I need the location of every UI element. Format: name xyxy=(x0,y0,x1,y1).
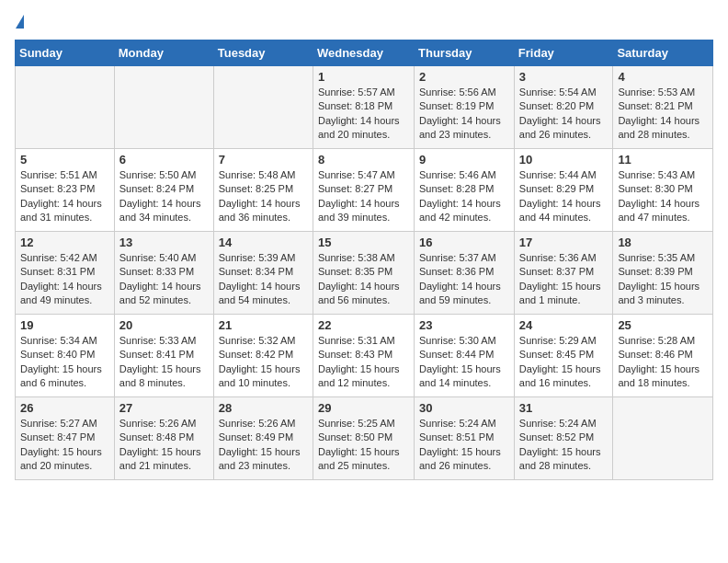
day-info: Sunrise: 5:53 AM Sunset: 8:21 PM Dayligh… xyxy=(618,86,708,143)
day-info: Sunrise: 5:46 AM Sunset: 8:28 PM Dayligh… xyxy=(419,168,509,225)
day-number: 28 xyxy=(219,401,308,415)
day-of-week-header: Friday xyxy=(514,40,613,66)
calendar-cell: 15Sunrise: 5:38 AM Sunset: 8:35 PM Dayli… xyxy=(313,232,414,315)
day-info: Sunrise: 5:40 AM Sunset: 8:33 PM Dayligh… xyxy=(119,251,209,308)
day-info: Sunrise: 5:27 AM Sunset: 8:47 PM Dayligh… xyxy=(20,417,109,474)
day-info: Sunrise: 5:51 AM Sunset: 8:23 PM Dayligh… xyxy=(20,168,109,225)
calendar-cell: 23Sunrise: 5:30 AM Sunset: 8:44 PM Dayli… xyxy=(415,315,515,397)
day-info: Sunrise: 5:54 AM Sunset: 8:20 PM Dayligh… xyxy=(519,86,609,143)
calendar-cell: 21Sunrise: 5:32 AM Sunset: 8:42 PM Dayli… xyxy=(213,315,313,397)
calendar-cell xyxy=(613,397,713,480)
calendar-cell: 14Sunrise: 5:39 AM Sunset: 8:34 PM Dayli… xyxy=(213,232,313,315)
day-number: 10 xyxy=(519,153,609,167)
day-info: Sunrise: 5:26 AM Sunset: 8:48 PM Dayligh… xyxy=(119,417,209,474)
day-number: 12 xyxy=(20,236,109,249)
day-info: Sunrise: 5:24 AM Sunset: 8:51 PM Dayligh… xyxy=(419,417,509,474)
day-info: Sunrise: 5:31 AM Sunset: 8:43 PM Dayligh… xyxy=(318,334,409,391)
day-info: Sunrise: 5:44 AM Sunset: 8:29 PM Dayligh… xyxy=(519,168,609,225)
calendar-cell: 30Sunrise: 5:24 AM Sunset: 8:51 PM Dayli… xyxy=(415,397,515,480)
day-number: 16 xyxy=(419,236,509,249)
calendar-cell: 22Sunrise: 5:31 AM Sunset: 8:43 PM Dayli… xyxy=(313,315,414,397)
logo xyxy=(15,15,24,29)
calendar-cell: 28Sunrise: 5:26 AM Sunset: 8:49 PM Dayli… xyxy=(213,397,313,480)
day-number: 19 xyxy=(20,318,109,332)
day-number: 25 xyxy=(618,318,708,332)
day-info: Sunrise: 5:39 AM Sunset: 8:34 PM Dayligh… xyxy=(219,251,308,308)
calendar-cell: 26Sunrise: 5:27 AM Sunset: 8:47 PM Dayli… xyxy=(16,397,115,480)
day-number: 2 xyxy=(419,70,509,84)
calendar-week-row: 1Sunrise: 5:57 AM Sunset: 8:18 PM Daylig… xyxy=(16,66,713,149)
calendar-cell: 19Sunrise: 5:34 AM Sunset: 8:40 PM Dayli… xyxy=(16,315,115,397)
logo-triangle-icon xyxy=(16,15,24,29)
calendar-cell: 10Sunrise: 5:44 AM Sunset: 8:29 PM Dayli… xyxy=(514,149,613,232)
page-header xyxy=(15,15,713,29)
day-info: Sunrise: 5:29 AM Sunset: 8:45 PM Dayligh… xyxy=(519,334,609,391)
day-number: 15 xyxy=(318,236,409,249)
day-info: Sunrise: 5:36 AM Sunset: 8:37 PM Dayligh… xyxy=(519,251,609,308)
day-info: Sunrise: 5:25 AM Sunset: 8:50 PM Dayligh… xyxy=(318,417,409,474)
day-info: Sunrise: 5:56 AM Sunset: 8:19 PM Dayligh… xyxy=(419,86,509,143)
calendar-header-row: SundayMondayTuesdayWednesdayThursdayFrid… xyxy=(16,40,713,66)
day-info: Sunrise: 5:35 AM Sunset: 8:39 PM Dayligh… xyxy=(618,251,708,308)
calendar-cell: 20Sunrise: 5:33 AM Sunset: 8:41 PM Dayli… xyxy=(114,315,213,397)
calendar-cell: 31Sunrise: 5:24 AM Sunset: 8:52 PM Dayli… xyxy=(514,397,613,480)
day-info: Sunrise: 5:57 AM Sunset: 8:18 PM Dayligh… xyxy=(318,86,409,143)
day-info: Sunrise: 5:43 AM Sunset: 8:30 PM Dayligh… xyxy=(618,168,708,225)
day-info: Sunrise: 5:42 AM Sunset: 8:31 PM Dayligh… xyxy=(20,251,109,308)
calendar-cell: 25Sunrise: 5:28 AM Sunset: 8:46 PM Dayli… xyxy=(613,315,713,397)
calendar-cell xyxy=(213,66,313,149)
day-number: 8 xyxy=(318,153,409,167)
calendar-cell xyxy=(114,66,213,149)
calendar-cell: 7Sunrise: 5:48 AM Sunset: 8:25 PM Daylig… xyxy=(213,149,313,232)
calendar-cell: 8Sunrise: 5:47 AM Sunset: 8:27 PM Daylig… xyxy=(313,149,414,232)
day-number: 5 xyxy=(20,153,109,167)
calendar-week-row: 5Sunrise: 5:51 AM Sunset: 8:23 PM Daylig… xyxy=(16,149,713,232)
calendar-cell: 4Sunrise: 5:53 AM Sunset: 8:21 PM Daylig… xyxy=(613,66,713,149)
calendar-cell: 27Sunrise: 5:26 AM Sunset: 8:48 PM Dayli… xyxy=(114,397,213,480)
day-number: 22 xyxy=(318,318,409,332)
day-number: 24 xyxy=(519,318,609,332)
day-info: Sunrise: 5:26 AM Sunset: 8:49 PM Dayligh… xyxy=(219,417,308,474)
day-of-week-header: Saturday xyxy=(613,40,713,66)
day-info: Sunrise: 5:28 AM Sunset: 8:46 PM Dayligh… xyxy=(618,334,708,391)
calendar-cell: 5Sunrise: 5:51 AM Sunset: 8:23 PM Daylig… xyxy=(16,149,115,232)
day-number: 23 xyxy=(419,318,509,332)
day-of-week-header: Sunday xyxy=(16,40,115,66)
day-number: 17 xyxy=(519,236,609,249)
calendar-cell: 9Sunrise: 5:46 AM Sunset: 8:28 PM Daylig… xyxy=(415,149,515,232)
day-info: Sunrise: 5:38 AM Sunset: 8:35 PM Dayligh… xyxy=(318,251,409,308)
calendar-cell: 13Sunrise: 5:40 AM Sunset: 8:33 PM Dayli… xyxy=(114,232,213,315)
calendar-cell: 11Sunrise: 5:43 AM Sunset: 8:30 PM Dayli… xyxy=(613,149,713,232)
day-number: 27 xyxy=(119,401,209,415)
day-info: Sunrise: 5:32 AM Sunset: 8:42 PM Dayligh… xyxy=(219,334,308,391)
calendar-table: SundayMondayTuesdayWednesdayThursdayFrid… xyxy=(15,40,713,480)
day-number: 30 xyxy=(419,401,509,415)
day-of-week-header: Thursday xyxy=(415,40,515,66)
day-number: 14 xyxy=(219,236,308,249)
calendar-cell: 1Sunrise: 5:57 AM Sunset: 8:18 PM Daylig… xyxy=(313,66,414,149)
day-number: 31 xyxy=(519,401,609,415)
day-info: Sunrise: 5:30 AM Sunset: 8:44 PM Dayligh… xyxy=(419,334,509,391)
day-info: Sunrise: 5:50 AM Sunset: 8:24 PM Dayligh… xyxy=(119,168,209,225)
day-number: 20 xyxy=(119,318,209,332)
calendar-cell: 17Sunrise: 5:36 AM Sunset: 8:37 PM Dayli… xyxy=(514,232,613,315)
day-of-week-header: Wednesday xyxy=(313,40,414,66)
calendar-cell: 24Sunrise: 5:29 AM Sunset: 8:45 PM Dayli… xyxy=(514,315,613,397)
day-number: 13 xyxy=(119,236,209,249)
calendar-cell: 16Sunrise: 5:37 AM Sunset: 8:36 PM Dayli… xyxy=(415,232,515,315)
calendar-week-row: 19Sunrise: 5:34 AM Sunset: 8:40 PM Dayli… xyxy=(16,315,713,397)
day-number: 4 xyxy=(618,70,708,84)
calendar-cell: 29Sunrise: 5:25 AM Sunset: 8:50 PM Dayli… xyxy=(313,397,414,480)
day-info: Sunrise: 5:24 AM Sunset: 8:52 PM Dayligh… xyxy=(519,417,609,474)
day-number: 3 xyxy=(519,70,609,84)
day-number: 26 xyxy=(20,401,109,415)
day-of-week-header: Monday xyxy=(114,40,213,66)
day-number: 9 xyxy=(419,153,509,167)
day-number: 11 xyxy=(618,153,708,167)
day-number: 18 xyxy=(618,236,708,249)
day-info: Sunrise: 5:33 AM Sunset: 8:41 PM Dayligh… xyxy=(119,334,209,391)
calendar-cell xyxy=(16,66,115,149)
day-info: Sunrise: 5:48 AM Sunset: 8:25 PM Dayligh… xyxy=(219,168,308,225)
day-info: Sunrise: 5:34 AM Sunset: 8:40 PM Dayligh… xyxy=(20,334,109,391)
calendar-cell: 6Sunrise: 5:50 AM Sunset: 8:24 PM Daylig… xyxy=(114,149,213,232)
